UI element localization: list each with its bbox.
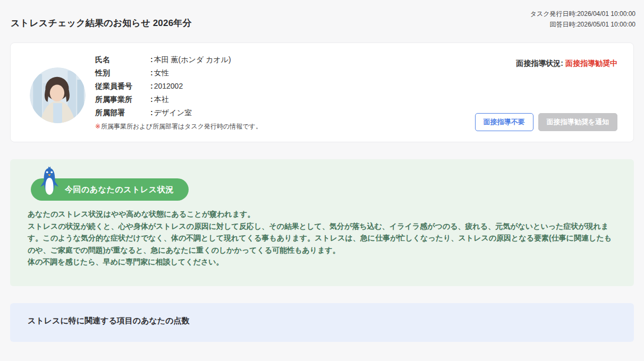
- task-issued-date: タスク発行日時:2026/04/01 10:00:00: [530, 8, 635, 19]
- profile-row-name: 氏名:本田 薫(ホンダ カオル): [95, 53, 462, 66]
- note-asterisk-mark: ※: [95, 123, 100, 130]
- score-section: ストレスに特に関連する項目のあなたの点数: [10, 303, 634, 342]
- page-title: ストレスチェック結果のお知らせ 2026年分: [11, 17, 192, 29]
- interview-status: 面接指導状況:面接指導勧奨中: [516, 59, 617, 68]
- stress-paragraph: ストレスの状況が続くと、心や身体がストレスの原因に対して反応し、その結果として、…: [28, 220, 616, 256]
- answered-date: 回答日時:2026/05/01 10:00:00: [530, 19, 635, 30]
- task-dates: タスク発行日時:2026/04/01 10:00:00 回答日時:2026/05…: [530, 8, 635, 30]
- page-header: ストレスチェック結果のお知らせ 2026年分 タスク発行日時:2026/04/0…: [0, 0, 644, 30]
- interview-status-badge: 面接指導勧奨中: [565, 59, 617, 67]
- profile-row-employee-number: 従業員番号:2012002: [95, 80, 462, 93]
- profile-note: ※所属事業所および所属部署はタスク発行時の情報です。: [95, 122, 462, 131]
- profile-row-department: 所属部署:デザイン室: [95, 106, 462, 119]
- interview-status-label: 面接指導状況:: [516, 59, 563, 67]
- notify-interview-recommendation-button[interactable]: 面接指導勧奨を通知: [538, 113, 617, 131]
- penguin-mascot-icon: [39, 166, 60, 197]
- interview-guidance-panel: 面接指導状況:面接指導勧奨中 面接指導不要 面接指導勧奨を通知: [462, 53, 617, 131]
- employee-profile-card: 氏名:本田 薫(ホンダ カオル) 性別:女性 従業員番号:2012002 所属事…: [10, 42, 634, 142]
- stress-status-badge-wrap: 今回のあなたのストレス状況: [31, 178, 189, 201]
- interview-not-required-button[interactable]: 面接指導不要: [475, 113, 533, 131]
- score-section-heading: ストレスに特に関連する項目のあなたの点数: [28, 316, 616, 326]
- profile-row-gender: 性別:女性: [95, 66, 462, 80]
- profile-row-office: 所属事業所:本社: [95, 93, 462, 106]
- interview-action-buttons: 面接指導不要 面接指導勧奨を通知: [475, 113, 617, 131]
- stress-paragraph: あなたのストレス状況はやや高めな状態にあることが窺われます。: [28, 208, 616, 220]
- stress-status-section: 今回のあなたのストレス状況 あなたのストレス状況はやや高めな状態にあることが窺わ…: [10, 159, 634, 286]
- stress-status-description: あなたのストレス状況はやや高めな状態にあることが窺われます。 ストレスの状況が続…: [28, 208, 616, 268]
- profile-photo: [30, 67, 86, 123]
- employee-info: 氏名:本田 薫(ホンダ カオル) 性別:女性 従業員番号:2012002 所属事…: [95, 53, 462, 131]
- stress-paragraph: 体の不調を感じたら、早めに専門家に相談してください。: [28, 256, 616, 268]
